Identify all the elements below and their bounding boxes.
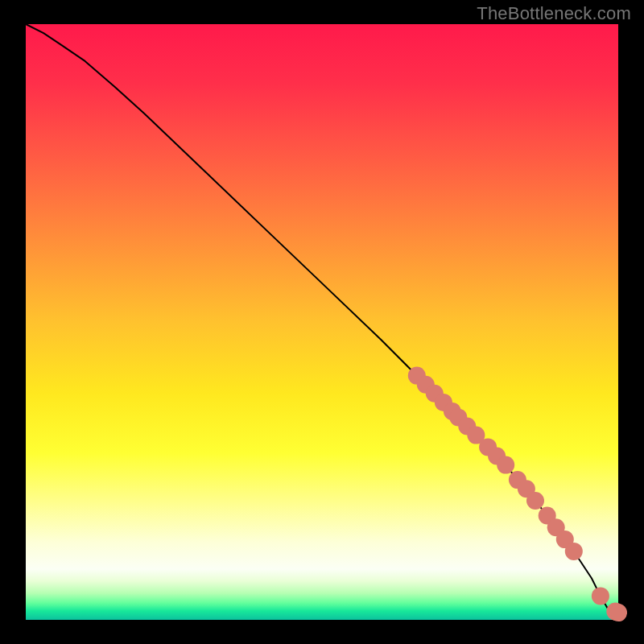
chart-frame: TheBottleneck.com <box>0 0 644 644</box>
marker-point <box>592 587 609 605</box>
marker-point <box>565 543 583 560</box>
chart-svg <box>0 0 644 644</box>
marker-point <box>609 604 627 621</box>
plot-background <box>26 24 618 620</box>
marker-point <box>497 456 514 474</box>
watermark-text: TheBottleneck.com <box>477 3 631 24</box>
marker-point <box>526 492 544 510</box>
